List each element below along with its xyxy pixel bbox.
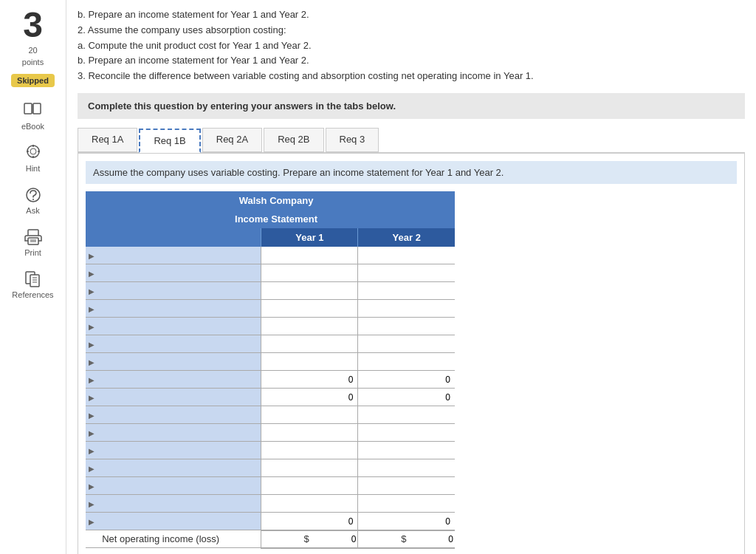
svg-point-3 — [27, 146, 39, 157]
sidebar-references-label: References — [12, 290, 53, 299]
income-statement-table: Walsh Company Income Statement Year 1 Ye… — [86, 191, 455, 549]
statement-name-cell: Income Statement — [97, 210, 455, 228]
sidebar-hint-label: Hint — [26, 164, 41, 173]
row-input-10-year2[interactable] — [358, 442, 455, 459]
row-input-3-year2[interactable] — [358, 282, 455, 300]
row-input-9-year2[interactable] — [358, 424, 455, 442]
row-input-9-year1[interactable] — [261, 424, 358, 442]
sidebar-item-ask[interactable]: Ask — [23, 186, 44, 215]
assumption-text: Assume the company uses variable costing… — [86, 161, 737, 184]
row-subtotal-1-year2[interactable] — [358, 371, 455, 389]
table-row-subtotal-2: ▶ — [86, 389, 455, 406]
svg-rect-0 — [24, 103, 32, 114]
svg-rect-1 — [33, 103, 41, 114]
row-label-11 — [97, 459, 261, 477]
svg-point-4 — [30, 148, 36, 154]
sidebar-item-hint[interactable]: Hint — [23, 144, 44, 173]
company-name-cell: Walsh Company — [97, 191, 455, 210]
row-input-11-year1[interactable] — [261, 459, 358, 477]
question-number: 3 — [23, 7, 43, 43]
table-row: ▶ — [86, 442, 455, 459]
row-input-12-year2[interactable] — [358, 477, 455, 495]
year2-header: Year 2 — [358, 228, 455, 247]
row-subtotal-1-year1[interactable] — [261, 371, 358, 389]
row-input-6-year2[interactable] — [358, 335, 455, 353]
row-input-3-year1[interactable] — [261, 282, 358, 300]
tab-req2b[interactable]: Req 2B — [264, 128, 323, 152]
row-label-9 — [97, 424, 261, 442]
row-label-4 — [97, 300, 261, 318]
ebook-icon — [22, 102, 43, 120]
ask-icon — [23, 186, 44, 204]
row-label-5 — [97, 318, 261, 335]
row-input-8-year2[interactable] — [358, 406, 455, 424]
row-input-12-year1[interactable] — [261, 477, 358, 495]
tab-req1a[interactable]: Req 1A — [78, 128, 137, 152]
tab-req1b[interactable]: Req 1B — [139, 129, 200, 153]
question-line-2: 2. Assume the company uses absorption co… — [78, 23, 745, 38]
svg-rect-16 — [30, 275, 39, 287]
skipped-badge: Skipped — [11, 74, 55, 87]
sidebar-ebook-label: eBook — [21, 122, 44, 131]
question-line-3: a. Compute the unit product cost for Yea… — [78, 38, 745, 54]
sidebar-item-print[interactable]: Print — [23, 228, 44, 257]
table-row: ▶ — [86, 264, 455, 282]
table-row: ▶ — [86, 495, 455, 513]
main-content: b. Prepare an income statement for Year … — [66, 0, 756, 554]
row-subtotal-3-year1[interactable] — [261, 513, 358, 530]
table-row: ▶ — [86, 335, 455, 353]
row-input-5-year2[interactable] — [358, 318, 455, 335]
row-label-8 — [97, 406, 261, 424]
sidebar-print-label: Print — [24, 248, 41, 257]
row-input-2-year1[interactable] — [261, 264, 358, 282]
row-input-2-year2[interactable] — [358, 264, 455, 282]
table-row: ▶ — [86, 477, 455, 495]
row-input-11-year2[interactable] — [358, 459, 455, 477]
row-subtotal-2-label — [97, 389, 261, 406]
sidebar-item-references[interactable]: References — [12, 270, 53, 299]
row-input-4-year2[interactable] — [358, 300, 455, 318]
net-year1-input[interactable] — [312, 534, 356, 544]
row-subtotal-2-year1[interactable] — [261, 389, 358, 406]
table-statement-name-row: Income Statement — [86, 210, 455, 228]
sidebar-ask-label: Ask — [26, 206, 39, 215]
table-row: ▶ — [86, 459, 455, 477]
tab-req3[interactable]: Req 3 — [326, 128, 379, 152]
row-input-4-year1[interactable] — [261, 300, 358, 318]
table-row: ▶ — [86, 247, 455, 264]
row-input-7-year1[interactable] — [261, 353, 358, 371]
instruction-text: Complete this question by entering your … — [88, 100, 396, 112]
tab-req2a[interactable]: Req 2A — [202, 128, 262, 152]
svg-rect-11 — [28, 230, 38, 236]
row-label-2 — [97, 264, 261, 282]
table-year-header-row: Year 1 Year 2 — [86, 228, 455, 247]
net-year2-input[interactable] — [409, 534, 453, 544]
row-input-10-year1[interactable] — [261, 442, 358, 459]
instruction-box: Complete this question by entering your … — [78, 93, 745, 119]
table-row-subtotal-1: ▶ — [86, 371, 455, 389]
references-icon — [22, 270, 43, 288]
content-area: Assume the company uses variable costing… — [78, 153, 745, 554]
row-subtotal-3-label — [97, 513, 261, 530]
table-row: ▶ — [86, 406, 455, 424]
row-subtotal-3-year2[interactable] — [358, 513, 455, 530]
row-input-1-year1[interactable] — [261, 247, 358, 264]
row-input-13-year2[interactable] — [358, 495, 455, 513]
row-label-13 — [97, 495, 261, 513]
row-input-8-year1[interactable] — [261, 406, 358, 424]
table-row-subtotal-3: ▶ — [86, 513, 455, 530]
net-income-label: Net operating income (loss) — [97, 530, 261, 548]
row-input-6-year1[interactable] — [261, 335, 358, 353]
row-input-13-year1[interactable] — [261, 495, 358, 513]
table-row: ▶ — [86, 353, 455, 371]
row-input-1-year2[interactable] — [358, 247, 455, 264]
sidebar-item-ebook[interactable]: eBook — [21, 102, 44, 131]
row-label-6 — [97, 335, 261, 353]
row-input-7-year2[interactable] — [358, 353, 455, 371]
row-input-5-year1[interactable] — [261, 318, 358, 335]
table-row: ▶ — [86, 318, 455, 335]
row-subtotal-2-year2[interactable] — [358, 389, 455, 406]
tab-bar: Req 1A Req 1B Req 2A Req 2B Req 3 — [78, 128, 745, 152]
table-row: ▶ — [86, 424, 455, 442]
sidebar-navigation: eBook Hint — [0, 102, 66, 299]
